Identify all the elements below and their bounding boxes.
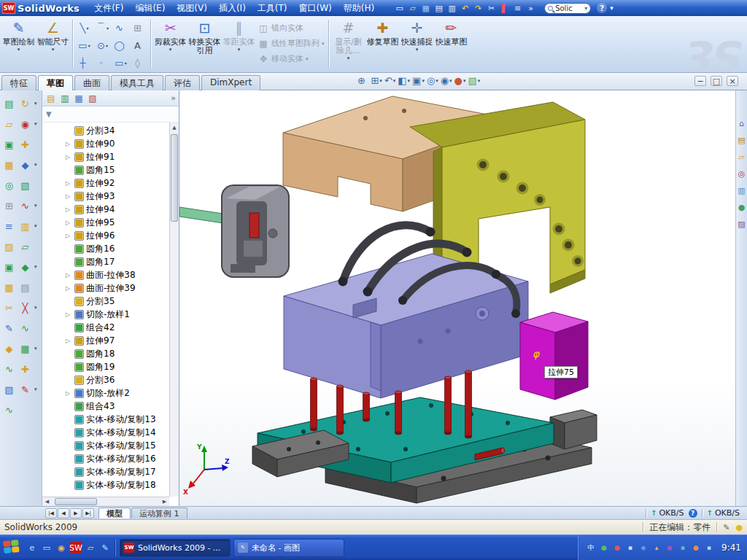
dock-tool-icon[interactable]: ∿ bbox=[2, 362, 16, 376]
chevron-down-icon[interactable]: ▾ bbox=[306, 56, 309, 62]
tree-item[interactable]: ▷ 实体-移动/复制16 bbox=[66, 452, 169, 465]
chevron-down-icon[interactable]: ▾ bbox=[238, 47, 241, 52]
chevron-down-icon[interactable]: ▾ bbox=[88, 43, 90, 48]
appearances-pane-icon[interactable]: ● bbox=[737, 202, 747, 212]
scrollbar-thumb[interactable] bbox=[171, 134, 178, 222]
tray-icon-7[interactable]: ▪ bbox=[678, 542, 688, 553]
menu-item[interactable]: 工具(T) bbox=[252, 0, 293, 17]
task-button-solidworks[interactable]: SW SolidWorks 2009 - ... bbox=[120, 539, 231, 557]
overflow-chevron-icon[interactable]: » bbox=[525, 2, 537, 15]
dock-tool-icon[interactable]: ▦ bbox=[2, 158, 16, 172]
expander-icon[interactable]: ▷ bbox=[66, 206, 72, 213]
dock-tool-icon[interactable]: ▤ bbox=[18, 281, 32, 295]
line-tool[interactable]: ╲ ▾ bbox=[75, 19, 93, 36]
tray-icon-5[interactable]: ▴ bbox=[651, 542, 662, 553]
dock-tool-icon[interactable] bbox=[18, 403, 32, 417]
chevron-down-icon[interactable]: ▾ bbox=[107, 26, 109, 31]
dock-tool-icon[interactable]: ▨ bbox=[2, 240, 16, 254]
model-base-step[interactable] bbox=[550, 410, 597, 449]
chevron-down-icon[interactable]: ▾ bbox=[436, 78, 438, 84]
dock-tool-icon[interactable]: ▤ bbox=[2, 97, 16, 111]
chevron-down-icon[interactable]: ▾ bbox=[169, 47, 172, 52]
chevron-down-icon[interactable]: ▾ bbox=[449, 78, 452, 84]
quick-snaps-button[interactable]: ✛ 快速捕捉 ▾ bbox=[400, 18, 434, 70]
tab-nav-icon[interactable]: |◀ bbox=[45, 508, 57, 518]
repair-sketch-button[interactable]: ✚ 修复草图 ▾ bbox=[365, 18, 400, 70]
dock-tool-icon[interactable]: ∿ bbox=[18, 199, 32, 213]
scrollbar-thumb[interactable] bbox=[55, 498, 97, 505]
propertymanager-tab-icon[interactable]: ▥ bbox=[59, 93, 71, 104]
tree-item[interactable]: ▷ 组合42 bbox=[66, 321, 169, 334]
linear-sketch-pattern-button[interactable]: ▦ 线性草图阵列 ▾ bbox=[256, 36, 326, 51]
help-icon[interactable]: ? bbox=[597, 3, 607, 13]
tree-item[interactable]: ▷ 圆角18 bbox=[66, 347, 169, 360]
tree-item[interactable]: ▷ 实体-移动/复制14 bbox=[66, 426, 169, 439]
tree-item[interactable]: ▷ 曲面-拉伸38 bbox=[66, 268, 169, 281]
quick-launch-show-desktop-icon[interactable]: ▭ bbox=[41, 542, 53, 553]
dock-tool-icon[interactable]: ◆ bbox=[18, 158, 32, 172]
tree-item[interactable]: ▷ 拉伸90 bbox=[66, 137, 169, 150]
tree-item[interactable]: ▷ 圆角17 bbox=[66, 255, 169, 268]
chevron-down-icon[interactable]: ▾ bbox=[18, 47, 20, 52]
print-icon[interactable]: ▤ bbox=[433, 2, 445, 15]
chevron-down-icon[interactable]: ▾ bbox=[408, 78, 411, 84]
tree-vertical-scrollbar[interactable]: ▲ bbox=[169, 122, 179, 497]
tree-item[interactable]: ▷ 实体-移动/复制17 bbox=[66, 465, 169, 478]
centerline-tool[interactable]: ┼ ▾ bbox=[75, 54, 93, 71]
minimize-button[interactable]: − bbox=[694, 76, 706, 86]
erase-tool[interactable]: ◊ ▾ bbox=[130, 54, 148, 71]
dock-tool-icon[interactable]: ⊞ bbox=[2, 199, 16, 213]
edit-pencil-icon[interactable]: ✎ bbox=[723, 523, 729, 532]
chevron-down-icon[interactable]: ▾ bbox=[125, 61, 127, 66]
view-orientation-icon[interactable]: ▣ ▾ bbox=[412, 75, 425, 86]
dock-tool-icon[interactable]: ↻ bbox=[18, 97, 32, 111]
search-pane-icon[interactable]: ◎ bbox=[737, 168, 747, 179]
tree-item[interactable]: ▷ 实体-移动/复制18 bbox=[66, 478, 169, 491]
circle-tool[interactable]: ⊙ ▾ bbox=[93, 36, 112, 54]
chevron-down-icon[interactable]: ▾ bbox=[34, 223, 37, 229]
close-button[interactable]: × bbox=[727, 76, 738, 86]
tree-item[interactable]: ▷ 圆角16 bbox=[66, 242, 169, 255]
dock-tool-icon[interactable]: ≡ bbox=[2, 219, 16, 233]
convert-entities-button[interactable]: ⊡ 转换实体引用 ▾ bbox=[187, 18, 222, 70]
dock-tool-icon[interactable]: ▧ bbox=[18, 179, 32, 192]
design-library-icon[interactable]: ▤ bbox=[737, 135, 747, 145]
zoom-fit-icon[interactable]: ⊕ ▾ bbox=[357, 75, 368, 86]
chevron-down-icon[interactable]: ▾ bbox=[52, 47, 55, 52]
dock-tool-icon[interactable]: ▱ bbox=[18, 240, 32, 254]
help-bubble-icon[interactable]: ? bbox=[689, 509, 697, 518]
help-chevron-icon[interactable]: ▾ bbox=[610, 4, 614, 12]
expander-icon[interactable]: ▷ bbox=[66, 193, 72, 200]
document-tab[interactable]: 运动算例 1 bbox=[131, 508, 187, 518]
task-pane-home-icon[interactable]: ⌂ bbox=[737, 118, 747, 128]
exploded-mold-assembly[interactable]: φ bbox=[179, 90, 735, 506]
tree-item[interactable]: ▷ 拉伸97 bbox=[66, 334, 169, 347]
offset-entities-button[interactable]: ∥ 等距实体 ▾ bbox=[222, 18, 256, 70]
tree-filter-row[interactable]: ▼ bbox=[42, 106, 179, 122]
expander-icon[interactable]: ▷ bbox=[66, 285, 72, 292]
command-tab[interactable]: 曲面 bbox=[74, 75, 109, 90]
menu-item[interactable]: 视图(V) bbox=[171, 0, 213, 17]
document-tab[interactable]: 模型 bbox=[98, 508, 131, 518]
quick-launch-ie-icon[interactable]: e bbox=[26, 542, 38, 553]
custom-properties-icon[interactable]: ▨ bbox=[737, 219, 747, 229]
expander-icon[interactable]: ▷ bbox=[66, 154, 72, 160]
rapid-sketch-button[interactable]: ✏ 快速草图 ▾ bbox=[434, 18, 468, 70]
model-magenta-block[interactable]: φ bbox=[520, 312, 588, 400]
scroll-right-icon[interactable]: ▶ bbox=[160, 499, 169, 505]
tree-item[interactable]: ▷ 切除-放样2 bbox=[66, 386, 169, 400]
resource-monitor-icon[interactable]: ● bbox=[735, 523, 743, 532]
expander-icon[interactable]: ▷ bbox=[66, 141, 72, 147]
undo-icon[interactable]: ↶ bbox=[459, 2, 471, 15]
dock-tool-icon[interactable]: ▣ bbox=[2, 138, 16, 152]
tree-item[interactable]: ▷ 拉伸91 bbox=[66, 150, 169, 163]
mirror-entities-button[interactable]: ◫ 镜向实体 ▾ bbox=[256, 20, 326, 36]
tab-nav-icon[interactable]: ▶ bbox=[70, 508, 82, 518]
point-tool[interactable]: · ▾ bbox=[93, 54, 112, 71]
configurationmanager-tab-icon[interactable]: ▦ bbox=[73, 93, 85, 104]
search-chevron-icon[interactable]: ▾ bbox=[584, 5, 587, 12]
scroll-up-icon[interactable]: ▲ bbox=[170, 122, 179, 132]
tray-icon-3[interactable]: ▪ bbox=[625, 542, 635, 553]
tree-item[interactable]: ▷ 切除-放样1 bbox=[66, 308, 169, 321]
chevron-down-icon[interactable]: ▾ bbox=[478, 78, 481, 84]
